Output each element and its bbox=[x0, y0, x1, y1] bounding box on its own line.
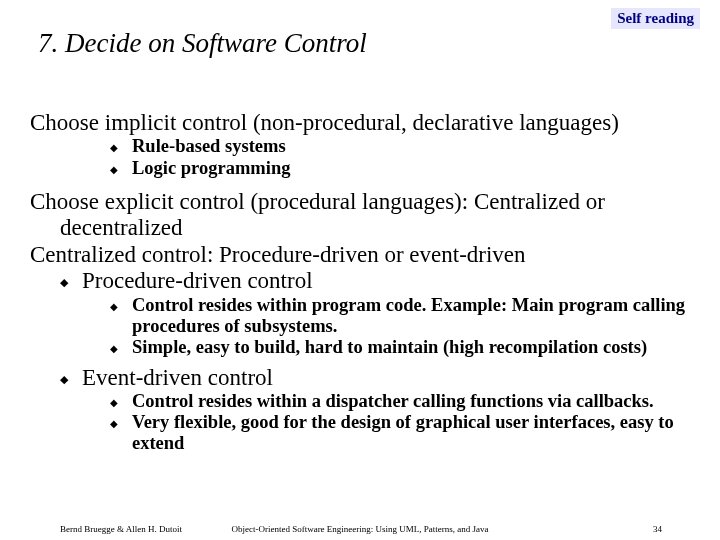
text-implicit: Choose implicit control (non-procedural,… bbox=[30, 110, 696, 136]
text-explicit-2: Centralized control: Procedure-driven or… bbox=[30, 242, 696, 268]
slide-title: 7. Decide on Software Control bbox=[38, 28, 367, 59]
slide: Self reading 7. Decide on Software Contr… bbox=[0, 0, 720, 540]
text-event-sub1: Control resides within a dispatcher call… bbox=[30, 391, 696, 412]
text-proc-sub1: Control resides within program code. Exa… bbox=[30, 295, 696, 338]
footer-page: 34 bbox=[653, 524, 662, 534]
text-implicit-sub1: Rule-based systems bbox=[30, 136, 696, 157]
text-implicit-sub2: Logic programming bbox=[30, 158, 696, 179]
text-event-driven: Event-driven control bbox=[30, 365, 696, 391]
text-proc-sub2: Simple, easy to build, hard to maintain … bbox=[30, 337, 696, 358]
self-reading-badge: Self reading bbox=[611, 8, 700, 29]
text-explicit-1: Choose explicit control (procedural lang… bbox=[30, 189, 696, 242]
slide-body: Choose implicit control (non-procedural,… bbox=[30, 110, 696, 455]
text-procedure-driven: Procedure-driven control bbox=[30, 268, 696, 294]
text-event-sub2: Very flexible, good for the design of gr… bbox=[30, 412, 696, 455]
footer-center: Object-Oriented Software Engineering: Us… bbox=[0, 524, 720, 534]
